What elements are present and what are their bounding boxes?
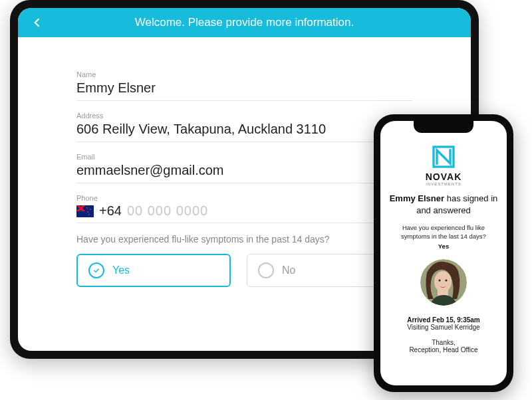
phone-country-code: +64	[99, 203, 122, 219]
address-field[interactable]: 606 Reilly View, Takapuna, Auckland 3110	[76, 121, 412, 138]
visitor-form: Name Emmy Elsner Address 606 Reilly View…	[76, 70, 412, 287]
svg-point-3	[434, 271, 452, 292]
divider	[76, 100, 412, 101]
question-text: Have you experienced flu-like symptoms i…	[76, 234, 330, 245]
phone-placeholder: 00 000 0000	[127, 203, 208, 219]
address-label: Address	[76, 112, 412, 120]
name-label: Name	[76, 70, 412, 78]
notification-name: Emmy Elsner	[390, 193, 444, 203]
answer-no-label: No	[282, 264, 295, 276]
question-row: Have you experienced flu-like symptoms i…	[76, 234, 412, 245]
check-circle-icon	[88, 262, 104, 278]
name-field[interactable]: Emmy Elsner	[76, 80, 412, 96]
brand-subtitle: INVESTMENTS	[426, 182, 462, 186]
brand-name: NOVAK	[426, 171, 462, 182]
phone-screen: NOVAK INVESTMENTS Emmy Elsner has signed…	[380, 121, 507, 385]
email-field-group: Email emmaelsner@gmail.com	[76, 153, 412, 183]
divider	[76, 223, 412, 223]
phone-field-group: Phone +64 00 000 0000	[76, 194, 412, 223]
phone-device: NOVAK INVESTMENTS Emmy Elsner has signed…	[374, 114, 513, 392]
page-title: Welcome. Please provide more information…	[30, 16, 459, 29]
email-field[interactable]: emmaelsner@gmail.com	[76, 162, 412, 179]
notification-answer: Yes	[438, 243, 449, 250]
phone-field[interactable]: +64 00 000 0000	[76, 203, 412, 219]
name-field-group: Name Emmy Elsner	[76, 70, 412, 101]
notification-question: Have you experienced flu like symptoms i…	[388, 224, 499, 241]
address-field-group: Address 606 Reilly View, Takapuna, Auckl…	[76, 112, 412, 142]
brand-logo-icon	[430, 144, 457, 170]
avatar	[420, 259, 467, 306]
svg-point-5	[438, 279, 440, 281]
arrived-text: Arrived Feb 15, 9:35am	[407, 316, 480, 324]
visiting-text: Visiting Samuel Kerridge	[407, 324, 479, 331]
phone-label: Phone	[76, 194, 412, 202]
divider	[76, 183, 412, 183]
flag-nz-icon[interactable]	[76, 205, 94, 217]
answer-row: Yes No	[76, 254, 412, 287]
signature-text: Reception, Head Office	[409, 346, 477, 353]
thanks-text: Thanks,	[432, 339, 456, 346]
notification-title: Emmy Elsner has signed in and answered	[388, 193, 499, 216]
tablet-header: Welcome. Please provide more information…	[18, 8, 471, 37]
answer-yes-button[interactable]: Yes	[76, 254, 231, 287]
phone-notch	[414, 121, 473, 133]
empty-circle-icon	[258, 262, 274, 278]
email-label: Email	[76, 153, 412, 161]
svg-point-6	[445, 279, 447, 281]
divider	[76, 142, 412, 142]
answer-yes-label: Yes	[112, 264, 130, 276]
